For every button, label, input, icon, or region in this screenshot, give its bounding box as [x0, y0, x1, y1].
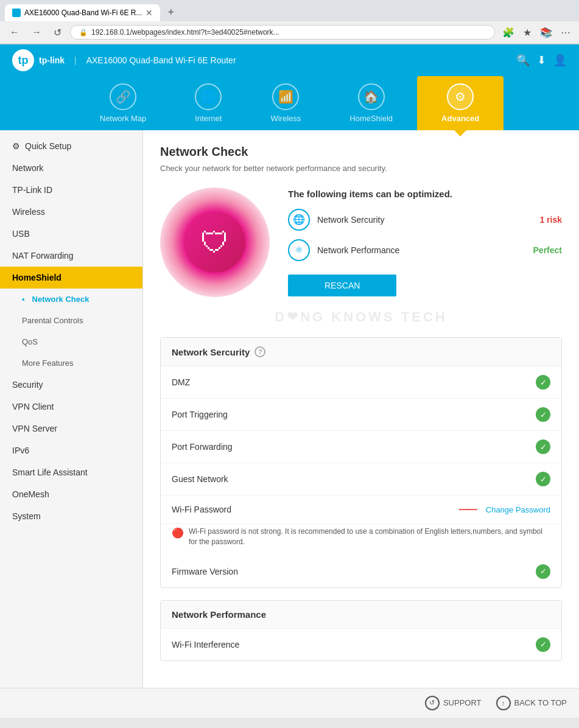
favorites-button[interactable]: ★: [521, 26, 534, 40]
address-bar: ← → ↺ 🔒 192.168.0.1/webpages/index.html?…: [0, 21, 579, 44]
sidebar-label-tplink-id: TP-Link ID: [12, 185, 52, 195]
sidebar-label-vpn-client: VPN Client: [12, 402, 54, 411]
back-to-top-link[interactable]: ↑ BACK TO TOP: [496, 696, 567, 710]
extensions-button[interactable]: 🧩: [500, 26, 517, 40]
nav-item-homeshield[interactable]: 🏠 HomeShield: [325, 76, 417, 130]
nav-label-advanced: Advanced: [441, 114, 479, 123]
sidebar-item-network-check[interactable]: Network Check: [0, 289, 142, 310]
sidebar-item-more-features[interactable]: More Features: [0, 352, 142, 374]
tab-bar: AXE16000 Quad-Band Wi-Fi 6E R... ✕ +: [0, 0, 579, 21]
dmz-check-icon: ✓: [536, 375, 550, 390]
network-check-visual: 🛡 The following items can be optimized. …: [160, 187, 562, 297]
logo-separator: |: [74, 55, 77, 65]
wifi-password-dots: ——: [459, 504, 476, 515]
sidebar-item-security[interactable]: Security: [0, 374, 142, 396]
sidebar-item-quick-setup[interactable]: ⚙ Quick Setup: [0, 135, 142, 157]
browser-more-button[interactable]: ⋯: [558, 26, 573, 40]
sidebar-label-nat-forwarding: NAT Forwarding: [12, 251, 74, 261]
security-check-status: 1 risk: [539, 215, 562, 225]
main-layout: ⚙ Quick Setup Network TP-Link ID Wireles…: [0, 130, 579, 688]
sidebar-item-vpn-client[interactable]: VPN Client: [0, 396, 142, 418]
nav-active-arrow: [454, 130, 466, 136]
nav-label-network-map: Network Map: [100, 114, 147, 123]
sidebar-label-quick-setup: Quick Setup: [25, 141, 71, 151]
toolbar-icons: 🧩 ★ 📚 ⋯: [500, 26, 573, 40]
search-header-button[interactable]: 🔍: [516, 54, 530, 67]
support-icon: ↺: [425, 696, 440, 710]
sidebar-item-wireless[interactable]: Wireless: [0, 201, 142, 223]
watermark: D❤NG KNOWS TECH: [160, 309, 562, 325]
firmware-version-check-icon: ✓: [536, 564, 550, 579]
sidebar-item-ipv6[interactable]: IPv6: [0, 439, 142, 461]
network-security-card: Network Sercurity ? DMZ ✓ Port Triggerin…: [160, 337, 562, 588]
sidebar-item-usb[interactable]: USB: [0, 223, 142, 245]
forward-button[interactable]: →: [28, 26, 45, 39]
rescan-button[interactable]: RESCAN: [288, 275, 396, 296]
quick-setup-icon: ⚙: [12, 141, 20, 151]
row-wifi-interference: Wi-Fi Interference ✓: [161, 629, 561, 660]
network-security-header: Network Sercurity ?: [161, 338, 561, 366]
support-link[interactable]: ↺ SUPPORT: [425, 696, 482, 710]
sidebar-item-parental-controls[interactable]: Parental Controls: [0, 310, 142, 331]
reload-button[interactable]: ↺: [50, 26, 65, 40]
logo-icon: tp: [12, 49, 34, 71]
active-tab[interactable]: AXE16000 Quad-Band Wi-Fi 6E R... ✕: [5, 4, 160, 21]
tab-title: AXE16000 Quad-Band Wi-Fi 6E R...: [24, 9, 142, 17]
back-to-top-icon: ↑: [496, 696, 511, 710]
advanced-icon: ⚙: [447, 83, 474, 110]
nav-label-homeshield: HomeShield: [349, 114, 393, 123]
back-button[interactable]: ←: [6, 26, 23, 39]
sidebar-item-smart-life-assistant[interactable]: Smart Life Assistant: [0, 461, 142, 483]
browser-chrome: AXE16000 Quad-Band Wi-Fi 6E R... ✕ + ← →…: [0, 0, 579, 44]
warning-text: Wi-Fi password is not strong. It is reco…: [189, 527, 550, 547]
tplink-header: tp tp-link | AXE16000 Quad-Band Wi-Fi 6E…: [0, 44, 579, 76]
network-performance-card: Network Performance Wi-Fi Interference ✓: [160, 600, 562, 661]
content-area: Network Check Check your network for bet…: [143, 130, 579, 688]
row-guest-network: Guest Network ✓: [161, 463, 561, 495]
security-check-label: Network Sercurity: [317, 215, 532, 225]
sidebar-label-ipv6: IPv6: [12, 446, 29, 455]
download-button[interactable]: ⬇: [537, 54, 546, 67]
sidebar-label-vpn-server: VPN Server: [12, 424, 57, 433]
sidebar-label-network-check: Network Check: [32, 295, 89, 304]
check-title: The following items can be optimized.: [288, 189, 562, 199]
sidebar-item-qos[interactable]: QoS: [0, 331, 142, 352]
nav-item-advanced[interactable]: ⚙ Advanced: [417, 76, 504, 130]
shield-rings: 🛡: [160, 187, 270, 297]
check-results: The following items can be optimized. 🌐 …: [288, 189, 562, 296]
help-icon[interactable]: ?: [254, 346, 265, 357]
router-name: AXE16000 Quad-Band Wi-Fi 6E Router: [86, 55, 236, 65]
sidebar-item-system[interactable]: System: [0, 505, 142, 527]
collections-button[interactable]: 📚: [538, 26, 555, 40]
sidebar-label-network: Network: [12, 163, 43, 173]
sidebar-item-nat-forwarding[interactable]: NAT Forwarding: [0, 245, 142, 267]
nav-item-wireless[interactable]: 📶 Wireless: [246, 76, 325, 130]
firmware-version-label: Firmware Version: [172, 567, 536, 576]
address-input[interactable]: 🔒 192.168.0.1/webpages/index.html?t=3ed4…: [70, 25, 495, 40]
change-password-link[interactable]: Change Password: [486, 505, 550, 514]
new-tab-button[interactable]: +: [163, 4, 179, 21]
tab-favicon: [12, 9, 21, 17]
sidebar-label-security: Security: [12, 380, 43, 390]
sidebar-item-vpn-server[interactable]: VPN Server: [0, 418, 142, 439]
wireless-icon: 📶: [272, 83, 299, 110]
guest-network-check-icon: ✓: [536, 472, 550, 486]
lock-icon: 🔒: [79, 29, 88, 37]
logo-icon-inner: tp: [18, 54, 29, 67]
nav-item-internet[interactable]: 🌐 Internet: [170, 76, 246, 130]
port-forwarding-check-icon: ✓: [536, 439, 550, 454]
sidebar-label-homeshield: HomeShield: [12, 273, 61, 282]
sidebar-item-homeshield[interactable]: HomeShield: [0, 267, 142, 289]
nav-item-network-map[interactable]: 🔗 Network Map: [75, 76, 171, 130]
check-item-performance: ⚛ Network Performance Perfect: [288, 239, 562, 261]
sidebar-label-system: System: [12, 511, 41, 521]
sidebar-item-onemesh[interactable]: OneMesh: [0, 483, 142, 505]
sidebar-item-network[interactable]: Network: [0, 157, 142, 179]
network-performance-title: Network Performance: [172, 609, 266, 620]
user-button[interactable]: 👤: [553, 54, 567, 67]
sidebar-item-tplink-id[interactable]: TP-Link ID: [0, 179, 142, 201]
sidebar-label-wireless: Wireless: [12, 207, 45, 217]
tab-close-button[interactable]: ✕: [146, 8, 153, 18]
dmz-label: DMZ: [172, 377, 536, 387]
performance-check-label: Network Performance: [317, 245, 526, 255]
